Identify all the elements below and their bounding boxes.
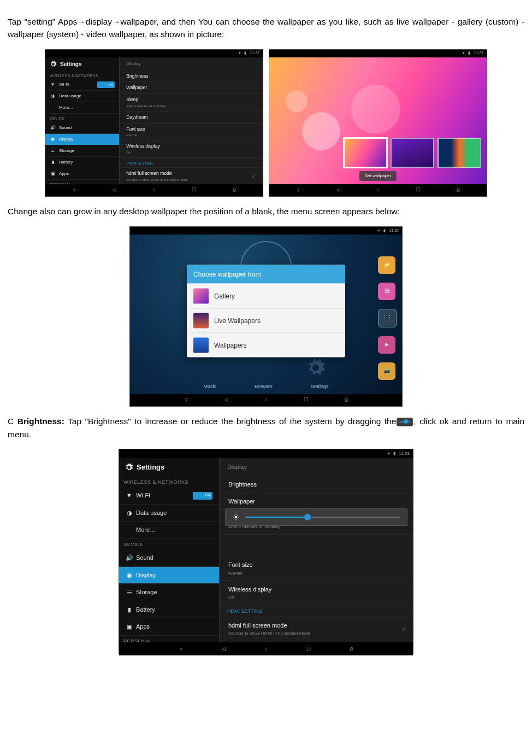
dialog-item-wallpapers[interactable]: Wallpapers — [187, 332, 345, 357]
sidebar-item-label: More… — [136, 525, 156, 535]
wallpaper-thumb-1[interactable] — [344, 138, 387, 168]
sidebar-item-sound[interactable]: 🔊 Sound — [45, 122, 119, 134]
dock: 📁 🖼 ⋮⋮ ▶ 📷 — [378, 256, 397, 380]
nav-home-icon[interactable]: ⌂ — [373, 186, 383, 194]
label-settings: Settings — [311, 383, 329, 391]
svg-line-5 — [234, 515, 234, 515]
content-wallpaper[interactable]: Wallpaper — [120, 82, 263, 94]
content-wireless-display[interactable]: Wireless display On — [120, 140, 263, 158]
nav-back-icon[interactable]: ◁ — [333, 186, 343, 194]
nav-screenshot-icon[interactable]: ⎙ — [341, 396, 351, 404]
sidebar-item-storage[interactable]: ☰ Storage — [119, 584, 219, 601]
nav-home-icon[interactable]: ⌂ — [149, 186, 159, 194]
dock-icon-camera[interactable]: 📷 — [378, 362, 395, 380]
nav-screenshot-icon[interactable]: ⎙ — [229, 186, 239, 194]
storage-icon: ☰ — [50, 148, 56, 154]
dock-icon-folder[interactable]: 📁 — [378, 256, 395, 274]
sun-icon — [232, 513, 240, 521]
text-bold: Brightness: — [17, 417, 64, 426]
nav-recent-icon[interactable]: ☐ — [189, 186, 199, 194]
nav-voice-icon[interactable]: ▿ — [181, 396, 191, 404]
nav-voice-icon[interactable]: ▿ — [176, 645, 186, 653]
dock-icon-gallery[interactable]: 🖼 — [378, 283, 395, 300]
nav-recent-icon[interactable]: ☐ — [304, 645, 314, 653]
set-wallpaper-button[interactable]: Set wallpaper — [359, 171, 397, 181]
data-icon: ◑ — [50, 93, 56, 99]
wifi-toggle[interactable]: ON — [193, 492, 212, 500]
battery-icon: ▮ — [393, 450, 395, 457]
dialog-item-gallery[interactable]: Gallery — [187, 283, 345, 308]
nav-back-icon[interactable]: ◁ — [109, 186, 119, 194]
nav-bar: ▿ ◁ ⌂ ☐ ⎙ — [130, 394, 402, 406]
dialog-title: Choose wallpaper from — [187, 265, 345, 283]
settings-header: Settings — [45, 57, 119, 71]
sidebar-item-data[interactable]: ◑ Data usage — [45, 91, 119, 102]
sidebar-item-label: Battery — [59, 159, 73, 166]
content-font[interactable]: Font size Normal — [120, 124, 263, 141]
settings-sidebar: Settings WIRELESS & NETWORKS ▼ Wi-Fi ON … — [45, 57, 120, 184]
gallery-icon — [193, 288, 209, 303]
sidebar-item-label: Wi-Fi — [59, 81, 69, 88]
sidebar-item-label: Display — [136, 571, 156, 580]
brightness-slider[interactable] — [245, 517, 400, 518]
sidebar-item-label: Storage — [136, 588, 157, 597]
sound-icon: 🔊 — [50, 125, 56, 131]
hdmi-section: HDMI SETTING — [220, 605, 413, 617]
content-brightness[interactable]: Brightness — [220, 476, 413, 494]
nav-back-icon[interactable]: ◁ — [221, 396, 231, 404]
screenshot-settings-display: ▾ ▮ 11:22 Settings WIRELESS & NETWORKS ▼… — [45, 49, 263, 197]
dialog-item-live[interactable]: Live Wallpapers — [187, 308, 345, 332]
status-bar: ▾ ▮ 11:22 — [45, 50, 263, 57]
display-icon: ◉ — [50, 137, 56, 143]
category-wireless: WIRELESS & NETWORKS — [45, 71, 119, 80]
nav-screenshot-icon[interactable]: ⎙ — [346, 645, 356, 653]
check-icon: ✓ — [401, 624, 406, 634]
sidebar-item-data[interactable]: ◑ Data usage — [119, 505, 219, 522]
sidebar-item-wifi[interactable]: ▼ Wi-Fi ON — [45, 79, 119, 91]
screenshot-wallpaper-preview: ▾ ▮ 11:22 Set wallpaper ▿ ◁ ⌂ ☐ ⎙ — [269, 49, 487, 197]
content-brightness[interactable]: Brightness — [120, 71, 263, 83]
nav-voice-icon[interactable]: ▿ — [69, 186, 79, 194]
content-hdmi-out[interactable]: hdmi output mode Set the default HDMI ou… — [220, 641, 413, 642]
sidebar-item-more[interactable]: More… — [45, 102, 119, 114]
dock-icon-apps[interactable]: ⋮⋮ — [378, 309, 397, 327]
content-hdmi-full[interactable]: hdmi full screen mode Set true to show H… — [220, 617, 413, 642]
sidebar-item-wifi[interactable]: ▼ Wi-Fi ON — [119, 487, 219, 505]
nav-recent-icon[interactable]: ☐ — [301, 396, 311, 404]
slider-icon — [397, 418, 413, 426]
svg-line-6 — [238, 519, 238, 519]
sublabel: On — [126, 150, 256, 155]
content-font[interactable]: Font size Normal — [220, 556, 413, 581]
display-icon: ◉ — [126, 572, 133, 579]
content-sleep[interactable]: Sleep After 2 minutes of inactivity — [120, 94, 263, 112]
svg-line-8 — [238, 515, 238, 515]
sidebar-item-sound[interactable]: 🔊 Sound — [119, 549, 219, 567]
content-wallpaper[interactable]: Wallpaper — [220, 493, 413, 511]
content-hdmi-full[interactable]: hdmi full screen mode Set true to show H… — [120, 168, 263, 184]
paragraph-brightness: C Brightness: Tap "Brightness" to increa… — [8, 415, 524, 441]
nav-screenshot-icon[interactable]: ⎙ — [453, 186, 463, 194]
content-daydream[interactable]: Daydream — [120, 112, 263, 124]
dock-icon-video[interactable]: ▶ — [378, 336, 395, 354]
wifi-toggle[interactable]: ON — [97, 81, 115, 88]
nav-recent-icon[interactable]: ☐ — [413, 186, 423, 194]
sidebar-item-more[interactable]: More… — [119, 521, 219, 539]
sidebar-item-battery[interactable]: ▮ Battery — [119, 601, 219, 619]
wifi-icon: ▾ — [388, 450, 390, 457]
slider-handle[interactable] — [304, 514, 311, 520]
sidebar-item-storage[interactable]: ☰ Storage — [45, 145, 119, 157]
sidebar-item-apps[interactable]: ▣ Apps — [119, 618, 219, 636]
nav-voice-icon[interactable]: ▿ — [293, 186, 303, 194]
nav-home-icon[interactable]: ⌂ — [261, 645, 271, 653]
desktop-labels: Music Browser Settings — [130, 383, 402, 391]
wallpaper-thumb-2[interactable] — [391, 138, 434, 168]
sidebar-item-battery[interactable]: ▮ Battery — [45, 157, 119, 168]
nav-back-icon[interactable]: ◁ — [218, 645, 228, 653]
sidebar-item-apps[interactable]: ▣ Apps — [45, 168, 119, 180]
nav-bar: ▿ ◁ ⌂ ☐ ⎙ — [269, 184, 487, 196]
sidebar-item-display[interactable]: ◉ Display — [119, 567, 219, 584]
nav-home-icon[interactable]: ⌂ — [261, 396, 271, 404]
sidebar-item-display[interactable]: ◉ Display — [45, 134, 119, 145]
wallpaper-thumb-3[interactable] — [438, 138, 481, 168]
content-wireless-display[interactable]: Wireless display On — [220, 581, 413, 606]
